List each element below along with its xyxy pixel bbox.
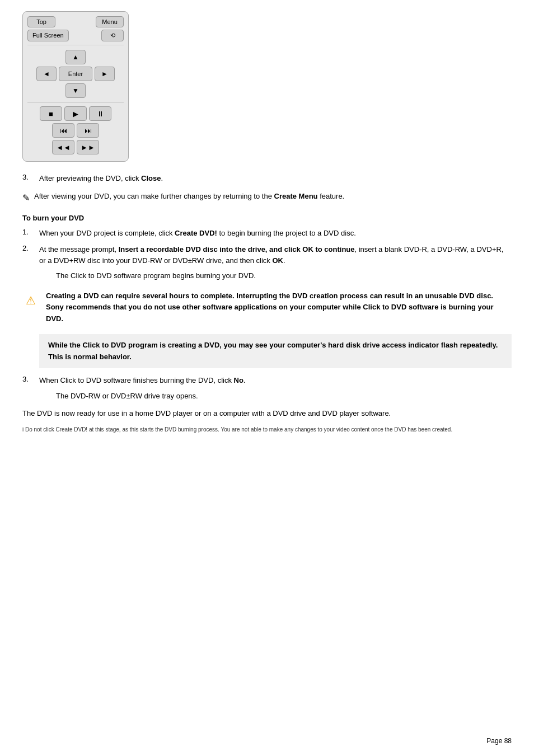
step-3-text: After previewing the DVD, click [39,174,141,182]
burn-step-2-bold: Insert a recordable DVD disc into the dr… [119,245,355,253]
burn-step-3-number: 3. [22,375,39,401]
up-button[interactable]: ▲ [65,50,86,64]
burn-step-2-text: At the message prompt, [39,245,119,253]
warning-block: ⚠ Creating a DVD can require several hou… [22,290,512,325]
burn-step-2-number: 2. [22,244,39,281]
left-button[interactable]: ◄ [36,67,57,81]
burn-step-2-ok: OK [272,256,283,265]
note-icon: ✎ [22,191,30,205]
enter-button[interactable]: Enter [59,67,92,81]
dvd-remote-widget: Top Menu Full Screen ⟲ ▲ ◄ Enter ► ▼ [22,11,129,162]
note-block: ✎ After viewing your DVD, you can make f… [22,191,512,205]
burn-step-2-sub: The Click to DVD software program begins… [39,270,512,281]
page-content: Top Menu Full Screen ⟲ ▲ ◄ Enter ► ▼ [0,0,534,467]
right-button[interactable]: ► [95,67,115,81]
transport-row3: ◄◄ ►► [27,140,124,154]
burn-step-3: 3. When Click to DVD software finishes b… [22,375,512,401]
rewind-button[interactable]: ◄◄ [52,140,74,154]
transport-row1: ■ ▶ ⏸ [27,106,124,121]
top-button[interactable]: Top [27,16,55,27]
burn-step-2: 2. At the message prompt, Insert a recor… [22,244,512,281]
sub2-text: The DVD-RW or DVD±RW drive tray opens. [56,392,198,400]
warning-text: Creating a DVD can require several hours… [46,290,512,325]
burn-step-3-bold: No [234,376,243,384]
note-bold: Create Menu [274,192,318,200]
transport-controls: ■ ▶ ⏸ ⏮ ⏭ ◄◄ ►► [27,106,124,154]
next-chapter-button[interactable]: ⏭ [77,123,99,138]
nav-down-row: ▼ [65,83,86,98]
info-block: While the Click to DVD program is creati… [39,334,512,369]
note-text: After viewing your DVD, you can make fur… [34,192,274,200]
transport-row2: ⏮ ⏭ [27,123,124,138]
fullscreen-button[interactable]: Full Screen [27,30,69,41]
step-3-bold: Close [141,174,161,182]
footnote: i Do not click Create DVD! at this stage… [22,426,512,434]
burn-step-1-number: 1. [22,228,39,239]
burn-step-2-content: At the message prompt, Insert a recordab… [39,244,512,281]
burn-step-3-end: . [243,376,246,384]
burn-step-3-content: When Click to DVD software finishes burn… [39,375,512,401]
stop-button[interactable]: ■ [40,106,62,121]
pause-button[interactable]: ⏸ [89,106,111,121]
note-content: After viewing your DVD, you can make fur… [34,191,344,202]
burn-step-1: 1. When your DVD project is complete, cl… [22,228,512,239]
section-heading: To burn your DVD [22,214,512,222]
warning-icon: ⚠ [22,292,39,309]
step-3-content: After previewing the DVD, click Close. [39,173,512,184]
burn-step-3-sub: The DVD-RW or DVD±RW drive tray opens. [39,391,512,402]
burn-step-1-end: to begin burning the project to a DVD di… [217,229,356,237]
remote-fullscreen-row: Full Screen ⟲ [27,30,124,41]
page-number: Page 88 [486,737,512,745]
burn-step-3-text: When Click to DVD software finishes burn… [39,376,234,384]
angle-button[interactable]: ⟲ [101,30,124,41]
burn-step-1-text: When your DVD project is complete, click [39,229,175,237]
nav-up-row: ▲ [65,50,86,64]
step-3-number: 3. [22,173,39,184]
burn-step-1-content: When your DVD project is complete, click… [39,228,512,239]
step-3: 3. After previewing the DVD, click Close… [22,173,512,184]
step-3-end: . [161,174,163,182]
remote-top-row: Top Menu [27,16,124,27]
burn-step-2-period: . [283,256,285,265]
warning-text-content: Creating a DVD can require several hours… [46,292,494,323]
nav-middle-row: ◄ Enter ► [36,67,115,81]
prev-chapter-button[interactable]: ⏮ [52,123,74,138]
note-end: feature. [318,192,345,200]
final-text: The DVD is now ready for use in a home D… [22,408,512,419]
down-button[interactable]: ▼ [65,83,86,98]
burn-step-1-bold: Create DVD! [175,229,217,237]
nav-dpad: ▲ ◄ Enter ► ▼ [27,49,124,99]
menu-button[interactable]: Menu [96,16,124,27]
fastforward-button[interactable]: ►► [77,140,99,154]
angle-icon: ⟲ [110,32,115,39]
info-text: While the Click to DVD program is creati… [48,341,498,361]
divider [27,45,124,45]
play-button[interactable]: ▶ [64,106,87,121]
sub-text: The Click to DVD software program begins… [56,271,256,280]
footnote-text: Do not click Create DVD! at this stage, … [25,426,452,433]
divider2 [27,102,124,103]
